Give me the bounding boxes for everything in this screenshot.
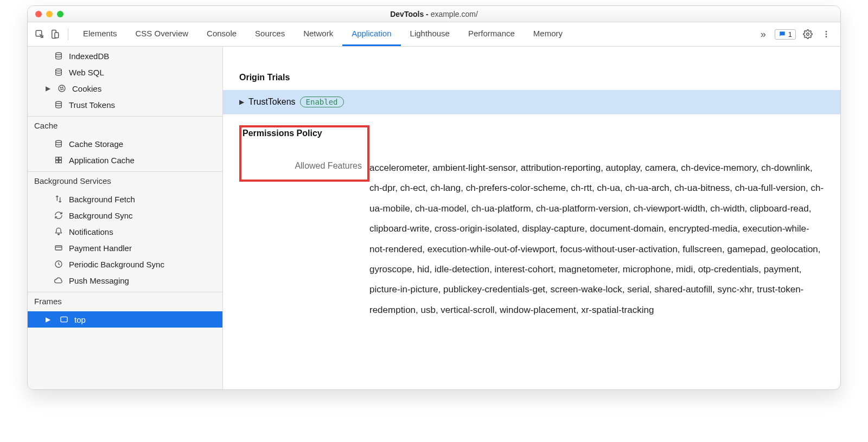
svg-rect-22 <box>61 317 67 322</box>
refresh-icon <box>54 210 63 220</box>
card-icon <box>54 243 63 253</box>
issues-count: 1 <box>788 30 792 39</box>
expand-arrow-icon: ▶ <box>44 316 52 323</box>
frame-icon <box>59 315 69 324</box>
origin-trial-status-badge: Enabled <box>300 97 344 107</box>
storage-tree: IndexedDBWeb SQL▶CookiesTrust Tokens <box>28 47 222 116</box>
svg-point-4 <box>826 31 827 33</box>
tab-application[interactable]: Application <box>342 22 400 46</box>
content-pane[interactable]: Origin Trials ▶ TrustTokens Enabled Perm… <box>223 47 840 389</box>
clock-icon <box>54 259 63 269</box>
cloud-icon <box>54 276 63 285</box>
window-minimize-button[interactable] <box>46 11 53 17</box>
settings-gear-icon[interactable] <box>801 28 814 41</box>
sidebar-item-label: Notifications <box>69 227 113 236</box>
sidebar-item-background-fetch[interactable]: Background Fetch <box>28 191 222 207</box>
sidebar-item-label: Periodic Background Sync <box>69 260 164 269</box>
svg-point-3 <box>807 33 809 36</box>
db-icon <box>54 67 63 77</box>
sidebar-item-push-messaging[interactable]: Push Messaging <box>28 272 222 289</box>
toolbar-separator <box>68 28 68 40</box>
traffic-lights <box>35 11 63 17</box>
bg-tree: Background FetchBackground SyncNotificat… <box>28 190 222 292</box>
db-icon <box>54 139 63 149</box>
frames-tree: ▶ top <box>28 310 222 331</box>
main-split: IndexedDBWeb SQL▶CookiesTrust Tokens Cac… <box>28 47 840 389</box>
sidebar-item-payment-handler[interactable]: Payment Handler <box>28 240 222 256</box>
svg-point-8 <box>56 69 62 71</box>
sidebar-item-application-cache[interactable]: Application Cache <box>28 152 222 168</box>
cache-section-header[interactable]: Cache <box>28 116 222 134</box>
tab-css-overview[interactable]: CSS Overview <box>126 22 198 46</box>
svg-rect-20 <box>55 246 62 250</box>
tab-console[interactable]: Console <box>197 22 246 46</box>
frame-top[interactable]: ▶ top <box>28 311 222 328</box>
sidebar-item-indexeddb[interactable]: IndexedDB <box>28 48 222 64</box>
permissions-highlight: Permissions Policy Allowed Features <box>239 125 369 182</box>
origin-trials-heading: Origin Trials <box>239 73 824 82</box>
origin-trials-section: Origin Trials ▶ TrustTokens Enabled <box>223 47 840 114</box>
window-close-button[interactable] <box>35 11 42 17</box>
svg-point-6 <box>826 36 827 37</box>
cookie-icon <box>57 84 67 93</box>
sidebar-item-label: Cookies <box>72 84 101 93</box>
application-sidebar[interactable]: IndexedDBWeb SQL▶CookiesTrust Tokens Cac… <box>28 47 223 389</box>
tab-elements[interactable]: Elements <box>74 22 126 46</box>
tab-lighthouse[interactable]: Lighthouse <box>401 22 459 46</box>
more-menu-icon[interactable] <box>820 28 833 41</box>
frames-section-header[interactable]: Frames <box>28 292 222 310</box>
devtools-window: DevTools - example.com/ ElementsCSS Over… <box>27 5 841 390</box>
expand-arrow-icon: ▶ <box>44 85 52 92</box>
sidebar-item-label: Web SQL <box>69 68 104 77</box>
svg-point-7 <box>56 53 62 55</box>
sidebar-item-web-sql[interactable]: Web SQL <box>28 64 222 80</box>
sidebar-item-label: Background Fetch <box>69 195 135 204</box>
sidebar-item-label: Background Sync <box>69 211 133 220</box>
expand-arrow-icon: ▶ <box>239 98 244 106</box>
svg-point-11 <box>62 87 63 87</box>
svg-point-15 <box>56 140 62 143</box>
tab-sources[interactable]: Sources <box>246 22 294 46</box>
permissions-policy-heading: Permissions Policy <box>242 127 362 138</box>
sidebar-item-cache-storage[interactable]: Cache Storage <box>28 136 222 152</box>
sidebar-item-notifications[interactable]: Notifications <box>28 223 222 240</box>
issues-badge[interactable]: 1 <box>775 29 796 40</box>
toolbar-right: » 1 <box>757 28 836 41</box>
svg-point-10 <box>60 87 61 88</box>
main-toolbar: ElementsCSS OverviewConsoleSourcesNetwor… <box>28 22 840 47</box>
sidebar-item-trust-tokens[interactable]: Trust Tokens <box>28 97 222 113</box>
svg-point-13 <box>62 89 63 89</box>
permissions-policy-section: Permissions Policy Allowed Features acce… <box>223 114 840 336</box>
device-toolbar-icon[interactable] <box>47 27 62 42</box>
svg-rect-19 <box>59 161 62 163</box>
window-zoom-button[interactable] <box>57 11 63 17</box>
tab-network[interactable]: Network <box>294 22 342 46</box>
allowed-features-label: Allowed Features <box>242 160 362 171</box>
inspect-element-icon[interactable] <box>32 27 47 42</box>
window-title-url: example.com/ <box>431 10 478 18</box>
svg-point-5 <box>826 34 827 35</box>
panel-tabs: ElementsCSS OverviewConsoleSourcesNetwor… <box>74 22 757 46</box>
sidebar-item-label: Application Cache <box>69 156 135 165</box>
sidebar-item-background-sync[interactable]: Background Sync <box>28 207 222 223</box>
sidebar-item-periodic-background-sync[interactable]: Periodic Background Sync <box>28 256 222 272</box>
svg-rect-17 <box>59 157 62 160</box>
tab-performance[interactable]: Performance <box>459 22 524 46</box>
sidebar-item-cookies[interactable]: ▶Cookies <box>28 80 222 97</box>
svg-point-9 <box>59 85 65 92</box>
bg-services-section-header[interactable]: Background Services <box>28 171 222 190</box>
sidebar-item-label: IndexedDB <box>69 52 109 61</box>
more-tabs-chevron-icon[interactable]: » <box>757 29 769 40</box>
svg-point-12 <box>61 89 61 89</box>
svg-rect-16 <box>56 157 59 160</box>
tab-memory[interactable]: Memory <box>524 22 572 46</box>
bell-icon <box>54 227 63 236</box>
window-title-app: DevTools - <box>390 10 430 18</box>
svg-rect-18 <box>56 161 59 163</box>
updown-icon <box>54 194 63 204</box>
sidebar-item-label: Payment Handler <box>69 244 132 253</box>
grid-icon <box>54 155 63 165</box>
origin-trial-row[interactable]: ▶ TrustTokens Enabled <box>223 90 840 114</box>
svg-point-14 <box>56 101 62 104</box>
sidebar-item-label: Cache Storage <box>69 139 123 149</box>
